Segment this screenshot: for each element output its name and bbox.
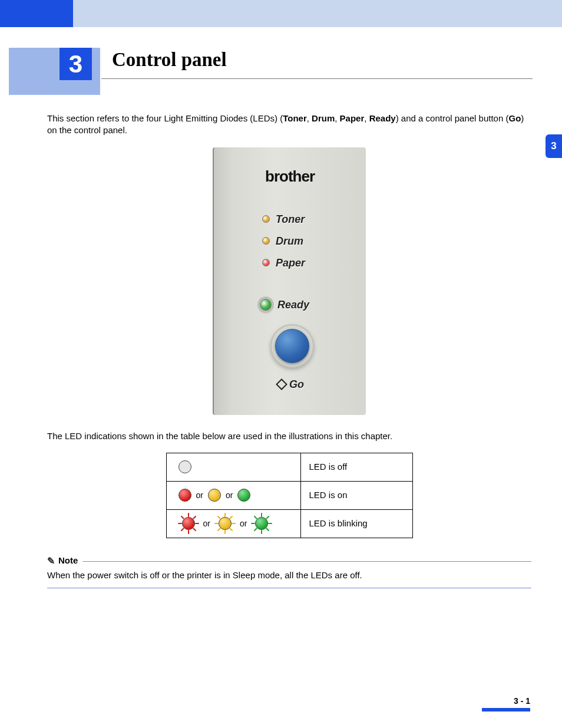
footer-bar (47, 708, 530, 711)
go-button-inner (275, 329, 309, 363)
note-top-rule (82, 561, 531, 562)
led-off-icon (178, 460, 191, 473)
page-number: 3 - 1 (514, 696, 530, 706)
chapter-title: Control panel (112, 49, 227, 71)
panel-led-label: Toner (276, 212, 305, 226)
or-text: or (226, 490, 233, 501)
page-footer: 3 - 1 (47, 696, 530, 711)
intro-sep-2: , (364, 113, 369, 123)
panel-led-paper: Paper (262, 256, 305, 270)
led-off-icon-cell (166, 453, 300, 481)
intro-paragraph: This section refers to the four Light Em… (47, 113, 531, 137)
intro-led-3: Ready (369, 113, 396, 123)
led-on-red-icon (178, 489, 191, 502)
intro-text-mid: ) and a control panel button ( (396, 113, 509, 123)
go-button-illustration (270, 324, 314, 368)
control-panel-illustration: brother Toner Drum Paper Ready Go (213, 147, 366, 415)
panel-led-label: Paper (276, 256, 305, 270)
led-icon (260, 299, 272, 311)
intro-led-0: Toner (283, 113, 307, 123)
led-icon (262, 237, 270, 245)
led-blinking-red-icon (178, 513, 199, 533)
intro-button: Go (508, 113, 521, 123)
or-text: or (196, 490, 203, 501)
panel-led-toner: Toner (262, 212, 305, 226)
intro-led-1: Drum (312, 113, 335, 123)
led-blinking-icon-cell: or or (166, 509, 300, 538)
led-icon (262, 215, 270, 223)
pencil-icon: ✎ (47, 555, 55, 568)
table-row: or or LED is on (166, 481, 412, 509)
led-on-desc: LED is on (300, 481, 412, 509)
led-blinking-desc: LED is blinking (300, 509, 412, 538)
led-indication-table: LED is off or or LED is on or o (166, 453, 413, 538)
page-header-blue-block (0, 0, 73, 27)
panel-led-drum: Drum (262, 234, 303, 248)
chapter-title-rule (101, 78, 533, 79)
side-chapter-tab: 3 (546, 134, 562, 158)
note-text: When the power switch is off or the prin… (47, 569, 531, 581)
chapter-number: 3 (59, 48, 92, 80)
intro-led-2: Paper (340, 113, 365, 123)
note-label-text: Note (58, 555, 78, 566)
led-icon (262, 259, 270, 266)
led-blinking-yellow-icon (215, 513, 235, 533)
led-off-desc: LED is off (300, 453, 412, 481)
panel-led-label: Ready (277, 298, 309, 312)
led-on-green-icon (237, 489, 250, 502)
page-header-band (0, 0, 562, 27)
note-label: ✎ Note (47, 555, 78, 568)
table-row: or or LED is blinking (166, 509, 412, 538)
led-table-intro: The LED indications shown in the table b… (47, 430, 531, 442)
panel-led-ready: Ready (260, 298, 309, 312)
table-row: LED is off (166, 453, 412, 481)
intro-text-pre: This section refers to the four Light Em… (47, 113, 283, 123)
led-on-yellow-icon (208, 489, 221, 502)
panel-led-label: Drum (276, 234, 303, 248)
or-text: or (240, 518, 247, 529)
diamond-icon (276, 378, 287, 390)
or-text: or (203, 518, 210, 529)
panel-go-label: Go (289, 377, 304, 391)
note-block: ✎ Note When the power switch is off or t… (47, 555, 531, 588)
chapter-heading: 3 Control panel (0, 42, 562, 95)
intro-sep-1: , (335, 113, 339, 123)
led-blinking-green-icon (252, 513, 272, 533)
led-on-icon-cell: or or (166, 481, 300, 509)
panel-go-label-row: Go (277, 377, 304, 391)
brother-logo: brother (214, 166, 366, 187)
intro-sep-0: , (307, 113, 312, 123)
note-bottom-rule (47, 588, 531, 588)
chapter-number-tab: 3 (9, 48, 100, 95)
